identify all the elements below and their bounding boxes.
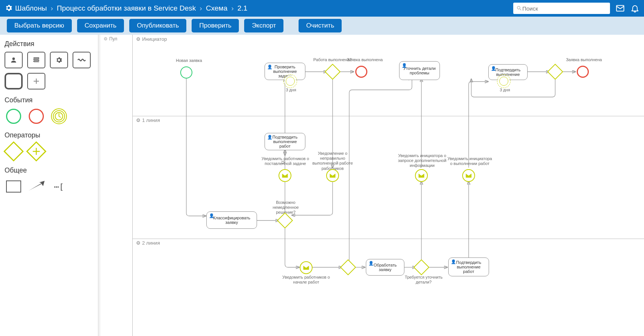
palette-section-title: Действия <box>5 40 93 48</box>
lane-header-initiator[interactable]: ⚙Инициатор <box>136 36 167 42</box>
pool-header[interactable]: ⚙Пул <box>102 35 119 43</box>
gateway-need-clarify[interactable] <box>413 259 429 275</box>
lane-header-line1[interactable]: ⚙1 линия <box>136 117 160 123</box>
event-label: Уведомление о неправильно выполненной ра… <box>310 151 355 171</box>
task-confirm-works-l2[interactable]: 👤Подтвердить выполнение работ <box>448 257 489 276</box>
gateway-l2-merge[interactable] <box>340 259 356 275</box>
search-input-wrapper[interactable] <box>513 3 610 14</box>
end-event-shape[interactable] <box>27 108 45 125</box>
end-event-label: Заявка выполнена <box>346 57 384 62</box>
task-process-request[interactable]: 👤Обработать заявку <box>366 259 404 276</box>
breadcrumb-item[interactable]: Схема <box>206 4 228 12</box>
action-toolbar: Выбрать версию Сохранить Опубликовать Пр… <box>0 17 644 35</box>
timer-boundary-event[interactable] <box>285 76 296 87</box>
service-task-shape[interactable] <box>50 52 68 68</box>
message-event-notify-done[interactable] <box>462 169 475 182</box>
task-clarify-details[interactable]: 👤Уточнить детали проблемы <box>399 61 440 80</box>
chevron-right-icon: › <box>231 4 234 12</box>
lane-header-line2[interactable]: ⚙2 линия <box>136 240 160 246</box>
end-event-label: Заявка выполнена <box>563 57 605 62</box>
start-event-label: Новая заявка <box>174 58 204 63</box>
palette-section-title: События <box>5 96 93 104</box>
breadcrumb-item[interactable]: 2.1 <box>237 4 247 12</box>
search-input[interactable] <box>522 5 607 12</box>
message-event-notify-wrong[interactable] <box>326 169 339 182</box>
palette-section-title: Операторы <box>5 131 93 139</box>
gateway-confirm-done[interactable] <box>547 64 563 80</box>
script-task-shape[interactable] <box>27 52 45 68</box>
timer-label: 3 дня <box>497 88 512 92</box>
chevron-right-icon: › <box>200 4 202 12</box>
gateway-label: Возможно немедленное решение? <box>263 200 308 215</box>
text-annotation-shape[interactable]: ⋯[ <box>50 178 68 195</box>
subprocess-shape[interactable] <box>5 73 23 89</box>
end-event[interactable] <box>355 66 367 78</box>
palette-sidebar: Действия События Операторы <box>0 35 98 336</box>
flow-task-shape[interactable] <box>73 52 91 68</box>
timer-boundary-event[interactable] <box>498 76 509 87</box>
arrow-connector-shape[interactable] <box>27 178 45 195</box>
palette-section-title: Общее <box>5 166 93 174</box>
gateway-label: Требуется уточнить детали? <box>403 275 444 285</box>
event-label: Уведомить работников о поставленной зада… <box>261 156 310 166</box>
task-classify[interactable]: 👤Классифицировать заявку <box>206 211 257 229</box>
mail-icon[interactable] <box>615 3 625 13</box>
parallel-gateway-shape[interactable] <box>27 143 45 160</box>
bpmn-canvas[interactable]: ⚙Пул ⚙Инициатор ⚙1 линия ⚙2 линия <box>98 35 644 336</box>
event-label: Уведомить инициатора о запросе дополните… <box>398 153 447 168</box>
annotation-rect-shape[interactable] <box>5 178 23 195</box>
message-event-notify-task[interactable] <box>279 169 291 182</box>
task-confirm-works-l1[interactable]: 👤Подтвердить выполнение работ <box>265 133 305 150</box>
flow-connectors <box>98 35 644 336</box>
start-event[interactable] <box>180 66 192 79</box>
settings-icon[interactable] <box>5 4 15 13</box>
breadcrumb-item[interactable]: Шаблоны <box>15 4 47 12</box>
exclusive-gateway-shape[interactable] <box>5 143 23 160</box>
user-task-shape[interactable] <box>5 52 23 68</box>
breadcrumb: Шаблоны › Процесс обработки заявки в Ser… <box>15 4 248 12</box>
message-event-notify-start[interactable] <box>300 261 313 274</box>
start-event-shape[interactable] <box>5 108 23 125</box>
timer-label: 3 дня <box>283 88 299 92</box>
breadcrumb-item[interactable]: Процесс обработки заявки в Service Desk <box>57 4 196 12</box>
chevron-right-icon: › <box>51 4 53 12</box>
message-event-notify-extra[interactable] <box>415 169 428 182</box>
export-button[interactable]: Экспорт <box>244 19 283 32</box>
svg-point-1 <box>12 57 15 60</box>
expanded-subprocess-shape[interactable] <box>27 73 45 89</box>
check-button[interactable]: Проверить <box>192 19 239 32</box>
bell-icon[interactable] <box>630 4 639 13</box>
search-icon <box>516 5 522 11</box>
event-label: Уведомить работников о начале работ <box>280 275 333 285</box>
app-header: Шаблоны › Процесс обработки заявки в Ser… <box>0 0 644 17</box>
timer-event-shape[interactable] <box>50 108 68 125</box>
save-button[interactable]: Сохранить <box>77 19 124 32</box>
publish-button[interactable]: Опубликовать <box>129 19 186 32</box>
select-version-button[interactable]: Выбрать версию <box>7 19 72 32</box>
end-event[interactable] <box>577 66 589 78</box>
clear-button[interactable]: Очистить <box>299 19 342 32</box>
gateway-work-done[interactable] <box>325 64 341 80</box>
event-label: Уведомить инициатора о выполнении работ <box>446 156 494 166</box>
